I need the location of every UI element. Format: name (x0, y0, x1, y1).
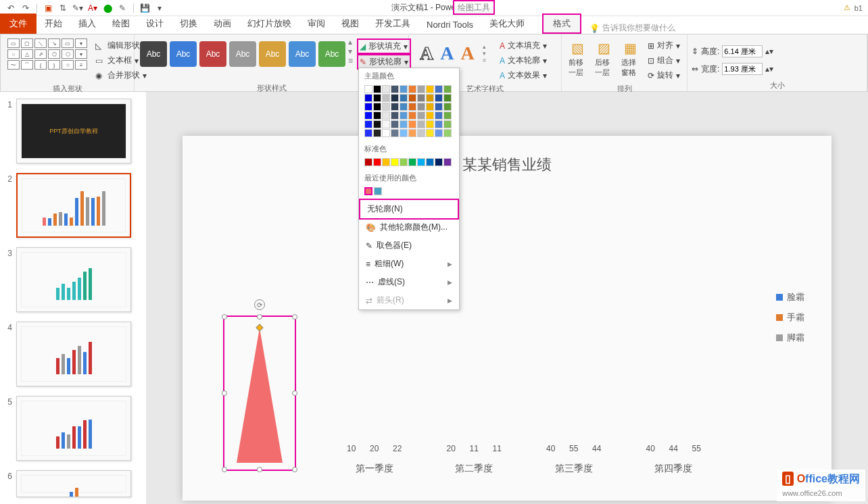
wordart-style[interactable]: A (460, 43, 474, 64)
format-painter-icon[interactable]: ✎▾ (72, 3, 83, 14)
tab-beautify[interactable]: 美化大师 (481, 15, 533, 34)
undo-icon[interactable]: ↶ (5, 3, 16, 14)
text-fill-button[interactable]: A文本填充 ▾ (497, 39, 550, 53)
watermark-url: www.office26.com (782, 489, 842, 497)
ribbon-tabs: 文件 开始 插入 绘图 设计 切换 动画 幻灯片放映 审阅 视图 开发工具 No… (0, 16, 868, 34)
chart-legend: 脸霜手霜脚霜 (776, 291, 804, 344)
text-box-button[interactable]: ▭文本框 ▾ (93, 53, 149, 68)
chart-title: 某某销售业绩 (183, 155, 831, 175)
group-size-label: 大小 (692, 79, 863, 91)
style-swatch[interactable]: Abc (318, 41, 345, 67)
resize-handle[interactable] (292, 314, 297, 320)
resize-handle[interactable] (222, 314, 227, 320)
watermark: ▯ Office教程网 www.office26.com (777, 470, 865, 501)
text-outline-button[interactable]: A文本轮廓 ▾ (497, 53, 550, 68)
tab-transitions[interactable]: 切换 (172, 15, 206, 34)
send-backward-button[interactable]: ▨后移一层 (592, 36, 616, 78)
user-name: b1 (854, 4, 863, 12)
recent-colors-label: 最近使用的颜色 (359, 170, 459, 186)
recent-color-swatch[interactable] (374, 187, 382, 195)
slide-thumbnail-1[interactable]: PPT原创自学教程 (16, 99, 131, 163)
resize-handle[interactable] (257, 314, 262, 320)
standard-colors-label: 标准色 (359, 141, 459, 157)
style-swatch[interactable]: Abc (170, 41, 197, 67)
weight-item[interactable]: ≡ 粗细(W)▶ (359, 255, 459, 273)
style-swatch[interactable]: Abc (289, 41, 316, 67)
style-swatch[interactable]: Abc (259, 41, 286, 67)
font-color-icon[interactable]: A▾ (87, 3, 98, 14)
customize-qat-icon[interactable]: ▾ (154, 3, 165, 14)
align-button[interactable]: ⊞ 对齐 ▾ (645, 39, 683, 53)
redo-icon[interactable]: ↷ (20, 3, 31, 14)
shapes-gallery[interactable]: ▭▢＼↘▭▾ ○△⇗⬠⬡▾ 〜⌒{}☆≡ (5, 36, 90, 72)
title-bar: ↶ ↷ ▣ ⇅ ✎▾ A▾ ⬤ ✎ 💾 ▾ 演示文稿1 - PowerPoint… (0, 0, 868, 16)
slide-thumbnail-5[interactable] (16, 396, 131, 461)
rotate-button[interactable]: ⟳ 旋转 ▾ (645, 68, 683, 82)
resize-handle[interactable] (292, 467, 297, 472)
slide-thumbnail-6[interactable] (16, 470, 131, 497)
start-slideshow-icon[interactable]: ▣ (43, 3, 53, 14)
standard-color-row[interactable] (359, 157, 459, 170)
text-effects-button[interactable]: A文本效果 ▾ (497, 68, 550, 82)
tab-design[interactable]: 设计 (138, 15, 172, 34)
tab-file[interactable]: 文件 (0, 14, 37, 34)
theme-color-grid[interactable] (359, 84, 459, 141)
rotate-handle-icon[interactable]: ⟳ (254, 299, 265, 310)
watermark-brand: ffice教程网 (805, 473, 860, 484)
warning-icon[interactable]: ⚠ (844, 3, 850, 12)
quick-access-toolbar: ↶ ↷ ▣ ⇅ ✎▾ A▾ ⬤ ✎ 💾 ▾ (5, 3, 165, 14)
tab-animations[interactable]: 动画 (206, 15, 239, 34)
tab-developer[interactable]: 开发工具 (367, 15, 418, 34)
wordart-style[interactable]: A (420, 43, 433, 64)
slide-canvas[interactable]: 某某销售业绩 ⟳ 102022第一季度201111第二季度405544第三季度4… (146, 92, 868, 504)
selected-triangle-shape[interactable]: ⟳ (223, 316, 296, 471)
merge-shapes-button[interactable]: ◉合并形状 ▾ (93, 68, 149, 82)
touch-mode-icon[interactable]: ⇅ (57, 3, 68, 14)
slide-thumbnail-2[interactable] (16, 173, 131, 238)
tell-me-search[interactable]: 💡 告诉我你想要做什么 (589, 22, 675, 34)
height-input[interactable]: ⇕ 高度: ▴▾ (692, 44, 773, 59)
resize-handle[interactable] (222, 390, 227, 396)
group-button[interactable]: ⊡ 组合 ▾ (645, 53, 683, 68)
slide-thumbnail-3[interactable] (16, 247, 131, 312)
resize-handle[interactable] (222, 467, 227, 472)
shape-outline-dropdown: 主题颜色 标准色 最近使用的颜色 无轮廓(N) 🎨 其他轮廓颜色(M)... ✎… (358, 68, 460, 310)
slide[interactable]: 某某销售业绩 ⟳ 102022第一季度201111第二季度405544第三季度4… (183, 136, 831, 501)
tab-draw[interactable]: 绘图 (104, 15, 138, 34)
width-input[interactable]: ⇔ 宽度: ▴▾ (692, 61, 773, 76)
no-outline-item[interactable]: 无轮廓(N) (359, 199, 459, 220)
save-icon[interactable]: 💾 (139, 3, 150, 14)
tab-review[interactable]: 审阅 (299, 15, 333, 34)
recent-color-swatch[interactable] (364, 187, 372, 195)
triangle-shape[interactable] (237, 328, 283, 463)
wordart-style[interactable]: A (440, 43, 454, 64)
context-tab-drawing-tools[interactable]: 绘图工具 (453, 0, 495, 15)
tab-view[interactable]: 视图 (333, 15, 367, 34)
bring-forward-button[interactable]: ▧前移一层 (566, 36, 589, 78)
tab-insert[interactable]: 插入 (70, 15, 104, 34)
style-swatch[interactable]: Abc (229, 41, 256, 67)
recent-color-row[interactable] (359, 186, 459, 199)
slide-thumbnail-4[interactable] (16, 322, 131, 386)
tab-nordri[interactable]: Nordri Tools (418, 17, 481, 34)
style-swatch[interactable]: Abc (199, 41, 226, 67)
more-colors-item[interactable]: 🎨 其他轮廓颜色(M)... (359, 218, 459, 236)
resize-handle[interactable] (257, 467, 262, 472)
shape-fill-button[interactable]: ◢形状填充 ▾ (357, 39, 411, 54)
arrows-item: ⇄ 箭头(R)▶ (359, 291, 459, 309)
tab-format[interactable]: 格式 (542, 14, 581, 34)
resize-handle[interactable] (292, 390, 297, 396)
eyedropper-icon[interactable]: ✎ (117, 3, 128, 14)
theme-colors-label: 主题颜色 (359, 68, 459, 84)
tab-home[interactable]: 开始 (37, 15, 70, 34)
slide-thumbnails-panel: 1 PPT原创自学教程 2 3 4 5 6 (0, 92, 146, 504)
edit-shape-button[interactable]: ◺编辑形状 ▾ (93, 39, 149, 53)
tab-slideshow[interactable]: 幻灯片放映 (239, 15, 299, 34)
eyedropper-item[interactable]: ✎ 取色器(E) (359, 236, 459, 255)
selection-pane-button[interactable]: ▦选择窗格 (619, 36, 642, 78)
dashes-item[interactable]: ⋯ 虚线(S)▶ (359, 273, 459, 291)
status-icon[interactable]: ⬤ (102, 3, 113, 14)
